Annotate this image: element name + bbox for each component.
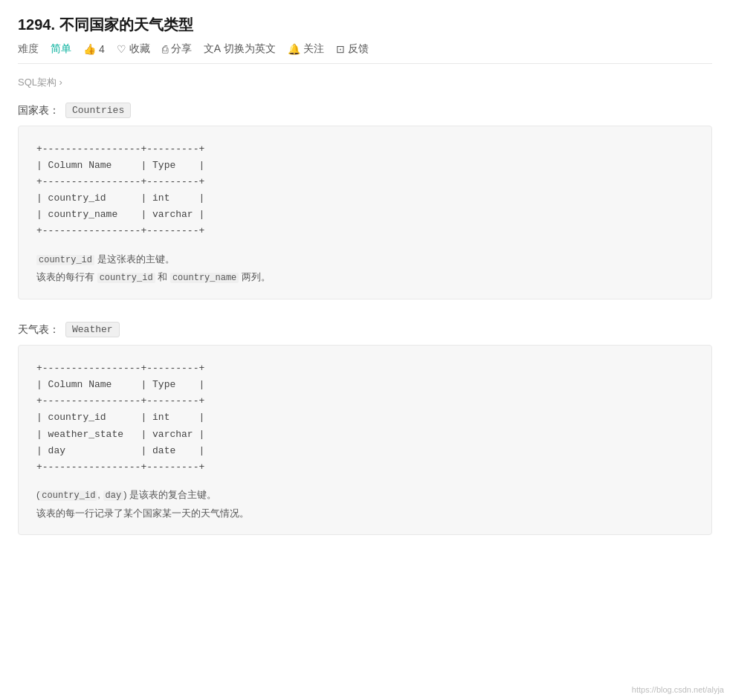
- meta-row: 难度 简单 👍 4 ♡ 收藏 ⎙ 分享 文A 切换为英文 🔔 关注 ⊡ 反馈: [18, 42, 712, 56]
- countries-label-text: 国家表：: [18, 104, 59, 117]
- countries-badge: Countries: [65, 103, 131, 118]
- like-icon: 👍: [83, 43, 96, 55]
- collect-label: 收藏: [129, 42, 150, 56]
- translate-icon: 文A: [204, 42, 221, 56]
- collect-icon: ♡: [117, 43, 126, 55]
- feedback-label: 反馈: [348, 42, 369, 56]
- weather-notes: (country_id, day) 是该表的复合主键。 该表的每一行记录了某个国…: [36, 486, 694, 522]
- weather-label-text: 天气表：: [18, 323, 59, 337]
- divider: [18, 63, 712, 64]
- share-label: 分享: [171, 42, 192, 56]
- countries-section-label: 国家表： Countries: [18, 103, 712, 118]
- weather-note-2: 该表的每一行记录了某个国家某一天的天气情况。: [36, 505, 694, 523]
- follow-button[interactable]: 🔔 关注: [288, 42, 324, 56]
- countries-note-2: 该表的每行有 country_id 和 country_name 两列。: [36, 268, 694, 287]
- weather-note-1: (country_id, day) 是该表的复合主键。: [36, 486, 694, 505]
- countries-notes: country_id 是这张表的主键。 该表的每行有 country_id 和 …: [36, 250, 694, 288]
- countries-schema-box: +-----------------+---------+ | Column N…: [18, 126, 712, 299]
- share-button[interactable]: ⎙ 分享: [162, 42, 192, 56]
- breadcrumb[interactable]: SQL架构 ›: [18, 76, 712, 89]
- weather-section: 天气表： Weather +-----------------+--------…: [18, 322, 712, 535]
- feedback-icon: ⊡: [336, 43, 345, 55]
- like-count: 4: [99, 43, 105, 55]
- difficulty-value: 简单: [51, 42, 71, 56]
- share-icon: ⎙: [162, 43, 168, 55]
- bell-icon: 🔔: [288, 43, 300, 55]
- difficulty-label: 难度: [18, 42, 39, 56]
- feedback-button[interactable]: ⊡ 反馈: [336, 42, 369, 56]
- weather-schema-box: +-----------------+---------+ | Column N…: [18, 345, 712, 535]
- countries-schema-pre: +-----------------+---------+ | Column N…: [36, 141, 694, 240]
- collect-button[interactable]: ♡ 收藏: [117, 42, 150, 56]
- weather-schema-pre: +-----------------+---------+ | Column N…: [36, 360, 694, 476]
- weather-section-label: 天气表： Weather: [18, 322, 712, 337]
- like-button[interactable]: 👍 4: [83, 43, 105, 55]
- follow-label: 关注: [303, 42, 324, 56]
- translate-button[interactable]: 文A 切换为英文: [204, 42, 276, 56]
- weather-badge: Weather: [65, 322, 120, 337]
- page-title: 1294. 不同国家的天气类型: [18, 15, 712, 35]
- countries-note-1: country_id 是这张表的主键。: [36, 250, 694, 269]
- translate-label: 切换为英文: [224, 42, 276, 56]
